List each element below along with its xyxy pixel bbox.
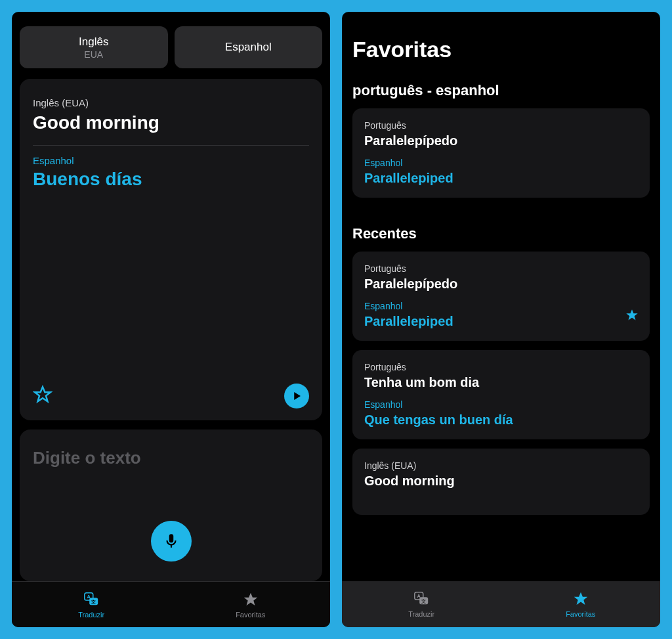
recent-tgt-text: Parallelepiped xyxy=(364,314,638,329)
favorite-src-lang: Português xyxy=(364,120,638,131)
recent-src-lang: Português xyxy=(364,263,638,274)
phone-translate-screen: Inglês EUA Espanhol Inglês (EUA) Good mo… xyxy=(12,12,330,627)
tab-bar: A 文 Traduzir Favoritas xyxy=(12,581,330,627)
favorites-scroll[interactable]: Favoritas português - espanhol Português… xyxy=(342,12,660,627)
language-selectors: Inglês EUA Espanhol xyxy=(12,12,330,75)
favorite-tgt-lang: Espanhol xyxy=(364,158,638,168)
recent-src-text: Paralelepípedo xyxy=(364,276,638,292)
svg-marker-7 xyxy=(626,309,637,320)
source-language-name: Inglês xyxy=(79,35,108,49)
tab-translate[interactable]: A 文 Traduzir xyxy=(12,582,171,627)
svg-marker-12 xyxy=(574,592,587,605)
recent-tgt-text: Que tengas un buen día xyxy=(364,412,638,428)
text-input-card[interactable]: Digite o texto xyxy=(20,430,322,581)
play-button[interactable] xyxy=(284,384,309,408)
source-language-region: EUA xyxy=(84,49,103,60)
tab-favorites-label: Favoritas xyxy=(566,610,595,618)
language-pair-heading: português - espanhol xyxy=(352,82,650,99)
recent-card[interactable]: Português Tenha um bom dia Espanhol Que … xyxy=(352,350,650,439)
target-language-label: Espanhol xyxy=(33,155,309,166)
source-text: Good morning xyxy=(33,112,309,133)
page-title: Favoritas xyxy=(352,37,650,62)
svg-marker-6 xyxy=(243,592,257,605)
recent-src-lang: Português xyxy=(364,362,638,372)
target-text: Buenos días xyxy=(33,169,309,190)
favorite-card[interactable]: Português Paralelepípedo Espanhol Parall… xyxy=(352,108,650,198)
recents-heading: Recentes xyxy=(352,225,650,242)
phone-favorites-screen: Favoritas português - espanhol Português… xyxy=(342,12,660,627)
recent-tgt-lang: Espanhol xyxy=(364,301,638,311)
tab-favorites-label: Favoritas xyxy=(236,611,265,619)
recent-card[interactable]: Inglês (EUA) Good morning xyxy=(352,449,650,515)
star-outline-icon[interactable] xyxy=(33,385,52,407)
card-footer xyxy=(33,377,309,408)
tab-translate-label: Traduzir xyxy=(78,611,104,619)
svg-text:文: 文 xyxy=(421,598,426,604)
favorite-src-text: Paralelepípedo xyxy=(364,133,638,148)
recent-src-text: Tenha um bom dia xyxy=(364,375,638,390)
tab-translate-label: Traduzir xyxy=(408,610,434,618)
svg-text:文: 文 xyxy=(91,598,96,604)
translation-card: Inglês (EUA) Good morning Espanhol Bueno… xyxy=(20,79,322,420)
recent-src-lang: Inglês (EUA) xyxy=(364,460,638,471)
divider xyxy=(33,145,309,146)
recent-src-text: Good morning xyxy=(364,474,638,489)
target-language-pill[interactable]: Espanhol xyxy=(175,26,323,68)
star-filled-icon[interactable] xyxy=(625,308,639,325)
recent-tgt-lang: Espanhol xyxy=(364,399,638,410)
source-language-label: Inglês (EUA) xyxy=(33,97,309,108)
svg-marker-1 xyxy=(294,392,301,400)
source-language-pill[interactable]: Inglês EUA xyxy=(20,26,168,68)
tab-favorites[interactable]: Favoritas xyxy=(501,581,661,627)
tab-translate[interactable]: A 文 Traduzir xyxy=(342,581,501,627)
tab-bar: A 文 Traduzir Favoritas xyxy=(342,581,660,627)
microphone-button[interactable] xyxy=(151,521,192,562)
favorite-tgt-text: Parallelepiped xyxy=(364,171,638,186)
recent-card[interactable]: Português Paralelepípedo Espanhol Parall… xyxy=(352,252,650,341)
svg-marker-0 xyxy=(35,387,51,401)
text-input-placeholder: Digite o texto xyxy=(33,448,309,468)
tab-favorites[interactable]: Favoritas xyxy=(171,582,331,627)
target-language-name: Espanhol xyxy=(225,41,272,54)
